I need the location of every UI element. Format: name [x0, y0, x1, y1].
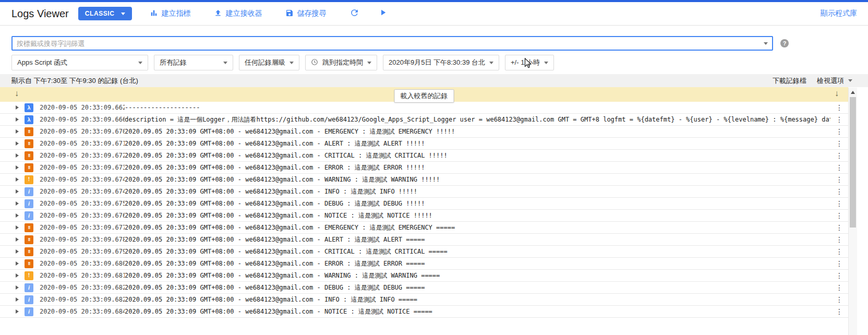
classic-version-label: CLASSIC: [85, 10, 115, 17]
more-menu-icon[interactable]: ⋮: [830, 188, 848, 195]
expand-arrow-icon[interactable]: [16, 237, 19, 242]
log-timestamp: 2020-09-05 20:33:09.677 台北: [40, 223, 125, 232]
more-menu-icon[interactable]: ⋮: [830, 308, 848, 315]
log-message: --------------------: [125, 104, 830, 111]
log-row[interactable]: !!2020-09-05 20:33:09.672 台北2020.09.05 2…: [0, 150, 848, 162]
show-library-link[interactable]: 顯示程式庫: [821, 9, 857, 18]
severity-filter-label: 任何記錄層級: [245, 58, 285, 67]
expand-arrow-icon[interactable]: [16, 117, 19, 122]
log-message: 2020.09.05 20:33:09 GMT+08:00 - we684123…: [125, 247, 830, 256]
more-menu-icon[interactable]: ⋮: [830, 116, 848, 123]
scroll-up-arrow-icon[interactable]: [851, 91, 855, 94]
log-row[interactable]: !!2020-09-05 20:33:09.670 台北2020.09.05 2…: [0, 126, 848, 138]
log-row[interactable]: !2020-09-05 20:33:09.674 台北2020.09.05 20…: [0, 174, 848, 186]
more-menu-icon[interactable]: ⋮: [830, 212, 848, 219]
datetime-dropdown[interactable]: 2020年9月5日 下午8:30:39 台北: [383, 55, 499, 70]
expand-arrow-icon[interactable]: [16, 285, 19, 290]
more-menu-icon[interactable]: ⋮: [830, 152, 848, 159]
expand-arrow-icon[interactable]: [16, 129, 19, 134]
log-row[interactable]: λ2020-09-05 20:33:09.662 台北-------------…: [0, 102, 848, 114]
create-metric-button[interactable]: 建立指標: [150, 9, 191, 19]
info-severity-icon: i: [25, 295, 33, 304]
expand-arrow-icon[interactable]: [16, 297, 19, 302]
info-severity-icon: i: [25, 307, 33, 316]
log-row[interactable]: λ2020-09-05 20:33:09.666 台北description =…: [0, 114, 848, 126]
log-row[interactable]: i2020-09-05 20:33:09.684 台北2020.09.05 20…: [0, 306, 848, 318]
info-severity-icon: i: [25, 187, 33, 196]
log-row[interactable]: !!2020-09-05 20:33:09.679 台北2020.09.05 2…: [0, 246, 848, 258]
create-export-button[interactable]: 建立接收器: [214, 9, 262, 19]
search-bar: ?: [11, 36, 773, 51]
critical-severity-icon: !!: [25, 163, 33, 172]
log-row[interactable]: !!2020-09-05 20:33:09.673 台北2020.09.05 2…: [0, 162, 848, 174]
load-older-button[interactable]: 載入較舊的記錄: [394, 89, 454, 103]
expand-arrow-icon[interactable]: [16, 261, 19, 266]
more-menu-icon[interactable]: ⋮: [830, 176, 848, 183]
log-message: 2020.09.05 20:33:09 GMT+08:00 - we684123…: [125, 223, 830, 232]
log-row[interactable]: !!2020-09-05 20:33:09.677 台北2020.09.05 2…: [0, 222, 848, 234]
more-menu-icon[interactable]: ⋮: [830, 104, 848, 111]
log-row[interactable]: !!2020-09-05 20:33:09.671 台北2020.09.05 2…: [0, 138, 848, 150]
more-menu-icon[interactable]: ⋮: [830, 140, 848, 147]
download-logs-link[interactable]: 下載記錄檔: [773, 76, 806, 86]
more-menu-icon[interactable]: ⋮: [830, 260, 848, 267]
refresh-button[interactable]: [349, 8, 359, 20]
load-older-bar: ↓ 載入較舊的記錄 ↓: [0, 87, 848, 102]
expand-arrow-icon[interactable]: [16, 141, 19, 146]
log-row[interactable]: !!2020-09-05 20:33:09.680 台北2020.09.05 2…: [0, 258, 848, 270]
logs-viewer-page: Logs Viewer CLASSIC 建立指標 建立接收器: [0, 0, 868, 335]
classic-version-dropdown[interactable]: CLASSIC: [78, 7, 132, 20]
expand-arrow-icon[interactable]: [16, 189, 19, 194]
log-row[interactable]: i2020-09-05 20:33:09.675 台北2020.09.05 20…: [0, 198, 848, 210]
play-stream-button[interactable]: [378, 8, 388, 19]
more-menu-icon[interactable]: ⋮: [830, 272, 848, 279]
datetime-label: 2020年9月5日 下午8:30:39 台北: [389, 58, 485, 67]
more-menu-icon[interactable]: ⋮: [830, 248, 848, 255]
search-input[interactable]: [11, 36, 773, 51]
expand-arrow-icon[interactable]: [16, 153, 19, 158]
jump-to-time-dropdown[interactable]: 跳到指定時間: [305, 55, 377, 70]
view-options-dropdown[interactable]: 檢視選項: [817, 76, 852, 86]
expand-arrow-icon[interactable]: [16, 249, 19, 254]
time-range-dropdown[interactable]: +/- 1 小時: [505, 55, 554, 70]
more-menu-icon[interactable]: ⋮: [830, 284, 848, 291]
expand-arrow-icon[interactable]: [16, 201, 19, 206]
log-timestamp: 2020-09-05 20:33:09.671 台北: [40, 139, 125, 148]
log-row[interactable]: i2020-09-05 20:33:09.674 台北2020.09.05 20…: [0, 186, 848, 198]
scrollbar-thumb[interactable]: [850, 97, 856, 228]
expand-arrow-icon[interactable]: [16, 309, 19, 314]
log-row[interactable]: !2020-09-05 20:33:09.681 台北2020.09.05 20…: [0, 270, 848, 282]
search-dropdown-icon[interactable]: [764, 42, 768, 45]
expand-arrow-icon[interactable]: [16, 213, 19, 218]
clock-icon: [311, 58, 318, 67]
log-source-filter-dropdown[interactable]: 所有記錄: [154, 55, 233, 70]
log-message: 2020.09.05 20:33:09 GMT+08:00 - we684123…: [125, 259, 830, 268]
log-row[interactable]: i2020-09-05 20:33:09.682 台北2020.09.05 20…: [0, 282, 848, 294]
log-row[interactable]: i2020-09-05 20:33:09.682 台北2020.09.05 20…: [0, 294, 848, 306]
expand-arrow-icon[interactable]: [16, 273, 19, 278]
resource-filter-label: Apps Script 函式: [17, 58, 67, 67]
log-message: description = 這是一個Logger，用法請看https://git…: [125, 115, 830, 124]
expand-arrow-icon[interactable]: [16, 177, 19, 182]
resource-filter-dropdown[interactable]: Apps Script 函式: [11, 55, 148, 70]
help-icon[interactable]: ?: [780, 39, 789, 47]
expand-arrow-icon[interactable]: [16, 225, 19, 230]
more-menu-icon[interactable]: ⋮: [830, 296, 848, 303]
log-row[interactable]: i2020-09-05 20:33:09.676 台北2020.09.05 20…: [0, 210, 848, 222]
vertical-scrollbar[interactable]: [848, 88, 857, 335]
more-menu-icon[interactable]: ⋮: [830, 236, 848, 243]
log-source-filter-label: 所有記錄: [160, 58, 187, 67]
expand-arrow-icon[interactable]: [16, 165, 19, 170]
more-menu-icon[interactable]: ⋮: [830, 128, 848, 135]
more-menu-icon[interactable]: ⋮: [830, 224, 848, 231]
status-summary: 顯示自 下午7:30至 下午9:30 的記錄 (台北): [11, 76, 138, 86]
expand-arrow-icon[interactable]: [16, 105, 19, 110]
severity-filter-dropdown[interactable]: 任何記錄層級: [239, 55, 299, 70]
chevron-down-icon: [848, 79, 852, 82]
save-search-button[interactable]: 儲存搜尋: [285, 9, 327, 19]
more-menu-icon[interactable]: ⋮: [830, 200, 848, 207]
log-row[interactable]: !!2020-09-05 20:33:09.678 台北2020.09.05 2…: [0, 234, 848, 246]
log-timestamp: 2020-09-05 20:33:09.662 台北: [40, 103, 125, 112]
critical-severity-icon: !!: [25, 127, 33, 136]
more-menu-icon[interactable]: ⋮: [830, 164, 848, 171]
